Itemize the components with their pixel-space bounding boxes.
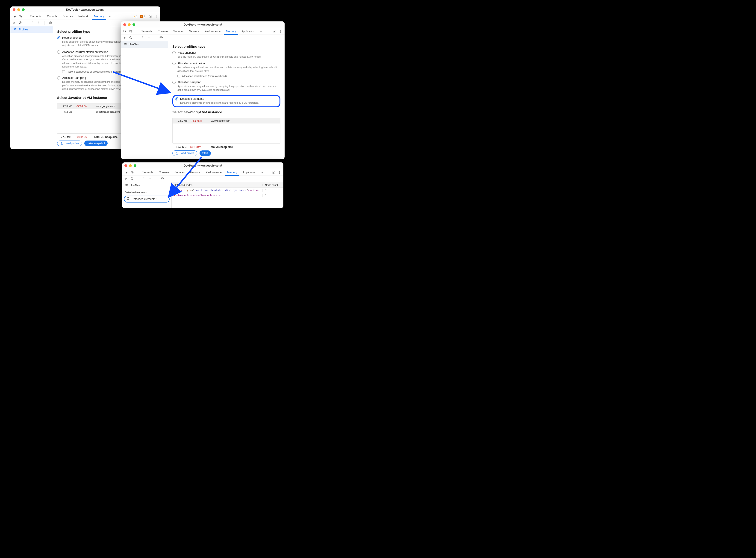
maximize-window-button[interactable]: [22, 8, 25, 11]
clear-icon[interactable]: [130, 177, 134, 181]
inspect-element-icon[interactable]: [12, 14, 17, 19]
more-tabs-icon[interactable]: »: [107, 14, 112, 19]
maximize-window-button[interactable]: [132, 23, 135, 26]
col-header-nodes[interactable]: Detached nodes: [172, 184, 263, 186]
tab-application[interactable]: Application: [240, 169, 258, 176]
kebab-menu-icon[interactable]: ⋮: [154, 14, 159, 19]
radio-heap[interactable]: [172, 51, 176, 54]
upload-icon[interactable]: [142, 177, 146, 181]
radio-timeline[interactable]: [172, 62, 176, 65]
radio-heap[interactable]: [57, 36, 60, 40]
tab-performance[interactable]: Performance: [203, 169, 224, 176]
profile-item-detached-1[interactable]: Detached elements 1: [124, 196, 170, 203]
tab-elements[interactable]: Elements: [138, 28, 154, 35]
download-icon[interactable]: [36, 21, 40, 25]
sidebar-item-profiles[interactable]: Profiles: [122, 182, 171, 189]
more-tabs-icon[interactable]: »: [258, 29, 263, 34]
minimize-window-button[interactable]: [129, 164, 132, 167]
inspect-element-icon[interactable]: [124, 170, 129, 175]
take-snapshot-button[interactable]: Take snapshot: [84, 141, 108, 146]
sidebar-item-profiles[interactable]: Profiles: [10, 26, 53, 33]
minimize-window-button[interactable]: [128, 23, 131, 26]
tab-network[interactable]: Network: [187, 28, 201, 35]
tab-network[interactable]: Network: [188, 169, 203, 176]
result-row[interactable]: <fake-element></fake-element> 1: [172, 193, 283, 198]
tab-elements[interactable]: Elements: [28, 13, 44, 20]
device-mode-icon[interactable]: [128, 29, 133, 34]
tab-elements[interactable]: Elements: [140, 169, 155, 176]
device-mode-icon[interactable]: [129, 170, 134, 175]
tab-memory[interactable]: Memory: [225, 169, 240, 176]
clear-icon[interactable]: [19, 21, 22, 25]
warnings-indicator[interactable]: ▲1: [133, 15, 137, 18]
option-heap-snapshot[interactable]: Heap snapshot See the memory distributio…: [172, 51, 280, 58]
radio-sampling[interactable]: [57, 76, 60, 79]
vm-size: 5.2 MB: [60, 110, 72, 113]
close-window-button[interactable]: [123, 23, 126, 26]
radio-detached[interactable]: [175, 97, 178, 100]
radio-sampling[interactable]: [172, 81, 176, 84]
window-title: DevTools - www.google.com/: [13, 8, 158, 11]
stack-traces-check[interactable]: Allocation stack traces (more overhead): [177, 75, 280, 77]
svg-point-5: [14, 22, 14, 23]
tab-sources[interactable]: Sources: [60, 13, 75, 20]
svg-point-23: [125, 178, 126, 179]
gear-icon[interactable]: [272, 29, 277, 34]
upload-icon[interactable]: [30, 21, 34, 25]
vm-row[interactable]: 13.0 MB ↓3.1 kB/s www.google.com: [173, 118, 280, 124]
download-icon[interactable]: [147, 36, 151, 40]
garbage-collect-icon[interactable]: [49, 21, 52, 25]
minimize-window-button[interactable]: [17, 8, 20, 11]
tab-sources[interactable]: Sources: [172, 169, 187, 176]
checkbox[interactable]: [62, 70, 65, 73]
record-icon[interactable]: [124, 177, 127, 181]
upload-icon[interactable]: [141, 36, 145, 40]
option-allocation-sampling[interactable]: Allocation sampling Approximate memory a…: [172, 81, 280, 92]
vm-heading: Select JavaScript VM instance: [172, 110, 280, 114]
results-header: Detached nodes Node count: [172, 182, 283, 188]
start-button[interactable]: Start: [200, 150, 211, 156]
content: Profiles Detached elements Detached elem…: [122, 182, 283, 208]
option-detached-elements[interactable]: Detached elements Detached elements show…: [175, 97, 278, 105]
record-icon[interactable]: [12, 21, 16, 25]
result-count: 1: [263, 189, 283, 192]
tab-memory[interactable]: Memory: [224, 28, 238, 35]
record-icon[interactable]: [123, 36, 126, 40]
device-mode-icon[interactable]: [18, 14, 23, 19]
maximize-window-button[interactable]: [134, 164, 136, 167]
inspect-element-icon[interactable]: [122, 29, 127, 34]
kebab-menu-icon[interactable]: ⋮: [277, 170, 282, 175]
issues-indicator[interactable]: !1: [140, 15, 145, 18]
gear-icon[interactable]: [148, 14, 153, 19]
sidebar: Profiles Detached elements Detached elem…: [122, 182, 172, 208]
close-window-button[interactable]: [13, 8, 16, 11]
tab-performance[interactable]: Performance: [202, 28, 223, 35]
clear-icon[interactable]: [129, 36, 132, 40]
tab-memory[interactable]: Memory: [92, 13, 106, 20]
tab-console[interactable]: Console: [155, 28, 170, 35]
col-header-count[interactable]: Node count: [263, 184, 283, 186]
tab-application[interactable]: Application: [239, 28, 257, 35]
result-node-html: <fake-element></fake-element>: [172, 194, 263, 197]
tab-network[interactable]: Network: [76, 13, 91, 20]
download-icon[interactable]: [148, 177, 152, 181]
more-tabs-icon[interactable]: »: [259, 170, 264, 175]
devtools-window-3: DevTools - www.google.com/ Elements Cons…: [122, 162, 283, 208]
garbage-collect-icon[interactable]: [160, 177, 164, 181]
option-allocation-timeline[interactable]: Allocations on timeline Record memory al…: [172, 62, 280, 77]
kebab-menu-icon[interactable]: ⋮: [278, 29, 283, 34]
separator: [44, 21, 45, 25]
gear-icon[interactable]: [271, 170, 276, 175]
tab-console[interactable]: Console: [156, 169, 171, 176]
radio-timeline[interactable]: [57, 50, 60, 54]
load-profile-button[interactable]: Load profile: [57, 141, 82, 146]
checkbox[interactable]: [177, 75, 180, 77]
result-row[interactable]: <div style="position: absolute; display:…: [172, 188, 283, 193]
garbage-collect-icon[interactable]: [159, 36, 163, 40]
sidebar-label: Profiles: [131, 184, 140, 187]
close-window-button[interactable]: [124, 164, 127, 167]
sidebar-item-profiles[interactable]: Profiles: [121, 41, 168, 48]
tab-console[interactable]: Console: [45, 13, 59, 20]
tab-sources[interactable]: Sources: [171, 28, 186, 35]
load-profile-button[interactable]: Load profile: [172, 150, 197, 156]
